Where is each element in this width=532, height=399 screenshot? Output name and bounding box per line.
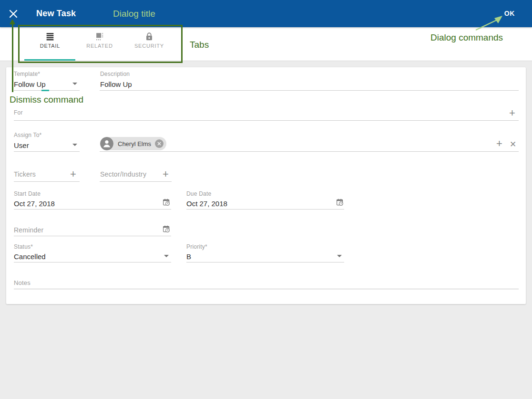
field-underline [14,262,171,262]
field-label-due-date: Due Date [186,190,211,197]
tab-label: DETAIL [25,43,75,49]
field-underline [14,181,80,182]
chevron-down-icon[interactable] [72,144,77,146]
calendar-clock-icon[interactable] [162,225,171,233]
assignee-chip[interactable]: Cheryl Elms [100,137,166,150]
field-underline [14,236,171,236]
tab-related[interactable]: RELATED [75,27,124,61]
field-label-priority: Priority* [186,243,207,250]
due-date-input[interactable]: Oct 27, 2018 [186,200,227,208]
field-label-status: Status* [14,243,33,250]
start-date-input[interactable]: Oct 27, 2018 [14,200,55,208]
field-label-notes: Notes [14,279,31,286]
field-label-template: Template* [14,71,40,77]
assign-to-select[interactable]: User [14,141,29,149]
field-underline [186,209,344,210]
field-label-sector: Sector/Industry [100,170,146,178]
field-label-tickers: Tickers [14,170,36,178]
field-underline [100,151,519,152]
chip-remove-icon[interactable] [155,139,164,148]
tab-label: SECURITY [124,43,174,49]
dialog-title-text: New Task [36,0,76,27]
detail-tab-panel: Template* Follow Up Description Follow U… [6,67,526,304]
add-sector-icon[interactable]: + [163,170,169,178]
close-icon[interactable] [8,9,19,19]
tab-detail[interactable]: DETAIL [25,27,75,61]
focus-indicator [41,90,49,91]
field-label-description: Description [100,71,130,77]
field-label-reminder: Reminder [14,226,43,234]
field-label-for: For [14,109,23,116]
assignee-name: Cheryl Elms [113,140,155,147]
chevron-down-icon[interactable] [164,255,169,257]
field-label-start-date: Start Date [14,190,41,197]
calendar-clock-icon[interactable] [336,198,344,207]
ok-button[interactable]: OK [504,0,515,27]
calendar-clock-icon[interactable] [162,198,171,207]
field-label-assign-to: Assign To* [14,132,41,138]
add-icon[interactable]: + [509,109,515,117]
tab-security[interactable]: SECURITY [124,27,174,61]
field-underline [14,120,519,121]
clear-assignees-icon[interactable]: ✕ [510,140,516,149]
status-select[interactable]: Cancelled [14,252,46,261]
tab-label: RELATED [75,43,124,49]
template-select[interactable]: Follow Up [14,80,46,88]
chevron-down-icon[interactable] [72,83,77,85]
field-underline [100,181,172,182]
notes-input-underline[interactable] [14,289,519,289]
new-task-dialog: New Task OK DETAIL RELATED [0,0,532,399]
reorder-icon [45,32,55,42]
add-ticker-icon[interactable]: + [70,170,76,178]
field-underline [186,262,344,262]
chevron-down-icon[interactable] [337,255,342,257]
lock-icon [144,32,154,42]
field-underline [14,209,171,210]
tab-strip: DETAIL RELATED SECURITY [0,27,532,61]
dialog-header: New Task OK [0,0,532,27]
field-underline [14,151,80,152]
avatar [100,137,113,150]
description-input[interactable]: Follow Up [100,80,132,88]
active-tab-indicator [24,59,75,61]
add-assignee-icon[interactable]: + [496,139,502,148]
field-underline [100,90,519,91]
flip-to-front-icon [94,32,105,42]
priority-select[interactable]: B [186,252,191,261]
